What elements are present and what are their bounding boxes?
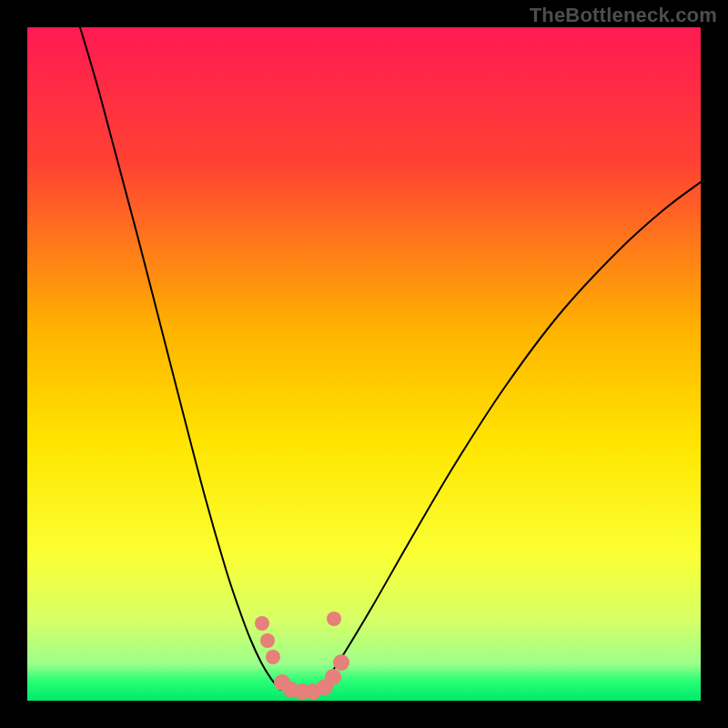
bottleneck-chart xyxy=(0,0,728,728)
watermark-text: TheBottleneck.com xyxy=(530,4,717,27)
dot xyxy=(255,616,269,631)
plot-background xyxy=(27,27,701,701)
dot xyxy=(333,654,349,671)
dot xyxy=(266,650,280,664)
dot xyxy=(327,612,341,626)
chart-frame: TheBottleneck.com xyxy=(0,0,728,728)
dot xyxy=(325,669,341,685)
dot xyxy=(260,633,275,648)
